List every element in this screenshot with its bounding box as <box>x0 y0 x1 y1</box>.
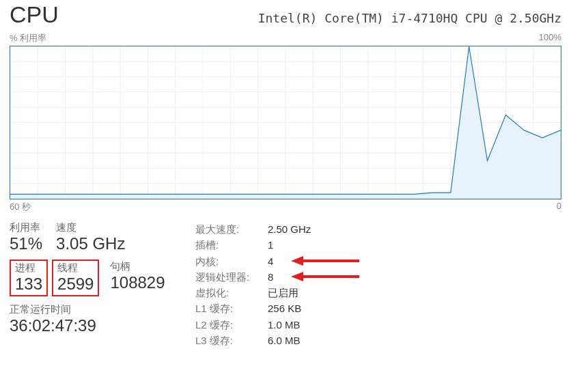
cpu-model-name: Intel(R) Core(TM) i7-4710HQ CPU @ 2.50GH… <box>258 11 561 25</box>
uptime-label: 正常运行时间 <box>10 303 195 316</box>
speed-label: 速度 <box>56 221 125 234</box>
processes-box-highlighted: 进程 133 <box>10 260 48 296</box>
detail-l3-cache: L3 缓存: 6.0 MB <box>195 333 311 348</box>
chart-x-min: 0 <box>557 201 561 213</box>
chart-bottom-labels: 60 秒 0 <box>10 201 561 213</box>
detail-l2-cache: L2 缓存: 1.0 MB <box>195 317 311 333</box>
page-title: CPU <box>10 1 59 28</box>
cores-value: 4 <box>268 253 273 269</box>
utilization-label: 利用率 <box>10 221 42 234</box>
header: CPU Intel(R) Core(TM) i7-4710HQ CPU @ 2.… <box>10 0 561 28</box>
threads-box-highlighted: 线程 2599 <box>52 260 99 296</box>
chart-y-axis-label: % 利用率 <box>10 32 46 44</box>
cores-label: 内核: <box>195 253 268 269</box>
detail-virtualization: 虚拟化: 已启用 <box>195 285 311 300</box>
l1-cache-value: 256 KB <box>268 300 301 316</box>
handles-value: 108829 <box>110 273 165 293</box>
logical-processors-label: 逻辑处理器: <box>195 269 268 285</box>
handles-label: 句柄 <box>110 260 165 273</box>
chart-top-labels: % 利用率 100% <box>10 32 561 46</box>
details-column: 最大速度: 2.50 GHz 插槽: 1 内核: 4 逻辑处理器: 8 虚拟化:… <box>195 221 311 348</box>
speed-stat: 速度 3.05 GHz <box>56 221 125 254</box>
chart-svg <box>10 46 561 199</box>
max-speed-label: 最大速度: <box>195 221 268 237</box>
cpu-usage-chart <box>10 46 561 199</box>
utilization-value: 51% <box>10 234 42 254</box>
sockets-value: 1 <box>268 237 273 253</box>
threads-value: 2599 <box>57 275 94 294</box>
uptime-value: 36:02:47:39 <box>10 316 195 335</box>
detail-sockets: 插槽: 1 <box>195 237 311 253</box>
logical-processors-value: 8 <box>268 269 273 285</box>
annotation-arrow-icon <box>291 269 359 284</box>
l2-cache-label: L2 缓存: <box>195 317 268 333</box>
sockets-label: 插槽: <box>195 237 268 253</box>
chart-x-max: 60 秒 <box>10 201 31 213</box>
virtualization-label: 虚拟化: <box>195 285 268 300</box>
detail-cores: 内核: 4 <box>195 253 311 269</box>
max-speed-value: 2.50 GHz <box>268 221 311 237</box>
virtualization-value: 已启用 <box>268 285 298 300</box>
l1-cache-label: L1 缓存: <box>195 300 268 316</box>
processes-value: 133 <box>15 275 42 294</box>
annotation-arrow-icon <box>291 253 359 268</box>
threads-label: 线程 <box>57 262 94 275</box>
speed-value: 3.05 GHz <box>56 234 125 254</box>
uptime-stat: 正常运行时间 36:02:47:39 <box>10 303 195 335</box>
handles-box: 句柄 108829 <box>103 260 169 296</box>
l2-cache-value: 1.0 MB <box>268 317 301 333</box>
detail-logical-processors: 逻辑处理器: 8 <box>195 269 311 285</box>
chart-y-max: 100% <box>539 32 561 44</box>
detail-l1-cache: L1 缓存: 256 KB <box>195 300 311 316</box>
utilization-stat: 利用率 51% <box>10 221 42 254</box>
l3-cache-label: L3 缓存: <box>195 333 268 348</box>
stats-section: 利用率 51% 速度 3.05 GHz 进程 133 线程 2599 句柄 10… <box>10 221 561 348</box>
processes-label: 进程 <box>15 262 42 275</box>
left-stats-column: 利用率 51% 速度 3.05 GHz 进程 133 线程 2599 句柄 10… <box>10 221 195 348</box>
detail-max-speed: 最大速度: 2.50 GHz <box>195 221 311 237</box>
l3-cache-value: 6.0 MB <box>268 333 301 348</box>
